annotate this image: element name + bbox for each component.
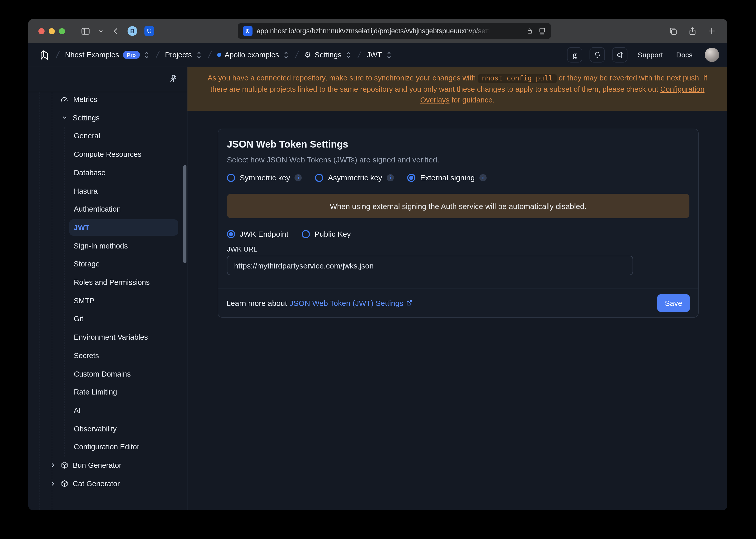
main-area: As you have a connected repository, make… xyxy=(187,67,727,510)
sidebar-item-label: Authentication xyxy=(74,205,121,213)
sidebar-item-cat-generator[interactable]: Cat Generator xyxy=(28,474,187,493)
breadcrumb-separator: / xyxy=(54,49,61,60)
sidebar-item-git[interactable]: Git xyxy=(28,310,187,328)
screen: B app.nhost.io/orgs/bzhrmnukvzmseiatiijd… xyxy=(0,0,756,539)
nhost-logo-icon[interactable] xyxy=(38,49,50,61)
sidebar-item-label: Compute Resources xyxy=(74,150,141,158)
save-button[interactable]: Save xyxy=(657,294,690,312)
sidebar-item-metrics[interactable]: Metrics xyxy=(28,92,187,109)
sidebar-item-jwt[interactable]: JWT xyxy=(28,218,187,237)
support-link[interactable]: Support xyxy=(635,51,666,59)
card-footer: Learn more about JSON Web Token (JWT) Se… xyxy=(218,288,698,317)
sidebar-item-settings[interactable]: Settings xyxy=(28,108,187,127)
sidebar-item-label: Cat Generator xyxy=(73,479,120,488)
radio-asymmetric-key[interactable]: Asymmetric key i xyxy=(315,173,394,182)
chevrons-updown-icon[interactable] xyxy=(195,51,202,59)
radio-public-key[interactable]: Public Key xyxy=(302,230,351,238)
sidebar-item-compute-resources[interactable]: Compute Resources xyxy=(28,145,187,163)
sidebar-item-label: Environment Variables xyxy=(74,333,148,341)
new-tab-icon[interactable] xyxy=(707,27,716,36)
info-icon[interactable]: i xyxy=(295,174,302,181)
sidebar-item-environment-variables[interactable]: Environment Variables xyxy=(28,328,187,346)
breadcrumb-separator: / xyxy=(154,49,161,60)
section-selector[interactable]: ⚙ Settings xyxy=(304,50,352,59)
lock-icon xyxy=(526,28,533,34)
announcements-button[interactable] xyxy=(612,47,627,62)
chevrons-updown-icon[interactable] xyxy=(143,51,150,59)
radio-circle-selected[interactable] xyxy=(407,174,415,182)
sidebar-header xyxy=(28,67,187,92)
feedback-button[interactable]: g xyxy=(567,47,583,62)
sidebar-item-label: Metrics xyxy=(73,95,97,104)
back-icon[interactable] xyxy=(111,27,120,36)
sidebar-item-custom-domains[interactable]: Custom Domains xyxy=(28,364,187,383)
chevrons-updown-icon[interactable] xyxy=(345,51,352,59)
org-selector[interactable]: Nhost Examples Pro xyxy=(65,51,150,59)
jwk-url-label: JWK URL xyxy=(227,245,257,253)
sidebar-item-observability[interactable]: Observability xyxy=(28,420,187,438)
tab-group-chevron-icon[interactable] xyxy=(98,28,104,34)
gear-icon: ⚙ xyxy=(304,50,311,59)
browser-toolbar: B app.nhost.io/orgs/bzhrmnukvzmseiatiijd… xyxy=(28,19,727,43)
minimize-button[interactable] xyxy=(49,28,55,34)
sidebar-item-smtp[interactable]: SMTP xyxy=(28,291,187,310)
radio-external-signing[interactable]: External signing i xyxy=(407,173,486,182)
close-button[interactable] xyxy=(38,28,44,34)
sidebar-toggle-icon[interactable] xyxy=(80,26,91,36)
settings-content: JSON Web Token Settings Select how JSON … xyxy=(187,111,727,510)
tab-overview-icon[interactable] xyxy=(668,27,678,36)
unpin-sidebar-icon[interactable] xyxy=(169,74,178,86)
radio-circle-selected[interactable] xyxy=(227,230,235,238)
sidebar-item-label: Bun Generator xyxy=(73,461,121,469)
chevrons-updown-icon[interactable] xyxy=(385,51,392,59)
radio-symmetric-key[interactable]: Symmetric key i xyxy=(227,173,302,182)
app-header: / Nhost Examples Pro / Projects / xyxy=(28,43,727,67)
radio-label: Public Key xyxy=(314,230,351,238)
sidebar-item-database[interactable]: Database xyxy=(28,163,187,182)
sidebar-item-authentication[interactable]: Authentication xyxy=(28,200,187,218)
project-name: Apollo examples xyxy=(225,51,279,59)
radio-label: External signing xyxy=(420,173,475,182)
fullscreen-button[interactable] xyxy=(59,28,65,34)
share-icon[interactable] xyxy=(688,27,697,36)
sidebar-item-ai[interactable]: AI xyxy=(28,401,187,420)
radio-circle[interactable] xyxy=(302,230,310,238)
page-selector[interactable]: JWT xyxy=(367,51,392,59)
radio-jwk-endpoint[interactable]: JWK Endpoint xyxy=(227,230,288,238)
sidebar-item-general[interactable]: General xyxy=(28,127,187,145)
reader-mode-icon[interactable] xyxy=(538,27,546,35)
sidebar-item-storage[interactable]: Storage xyxy=(28,255,187,273)
sidebar-item-label: Settings xyxy=(73,114,100,122)
address-bar[interactable]: app.nhost.io/orgs/bzhrmnukvzmseiatiijd/p… xyxy=(238,23,551,39)
chevrons-updown-icon[interactable] xyxy=(283,51,289,59)
sidebar-item-label: Custom Domains xyxy=(74,370,131,378)
sidebar-item-label: Roles and Permissions xyxy=(74,278,150,286)
sidebar-item-configuration-editor[interactable]: Configuration Editor xyxy=(28,438,187,456)
breadcrumb-separator: / xyxy=(206,49,213,60)
sidebar-item-hasura[interactable]: Hasura xyxy=(28,182,187,200)
docs-link[interactable]: Docs xyxy=(673,51,696,59)
bitwarden-extension-icon[interactable] xyxy=(144,26,154,36)
sidebar-item-bun-generator[interactable]: Bun Generator xyxy=(28,456,187,474)
jwt-settings-doc-link[interactable]: JSON Web Token (JWT) Settings xyxy=(290,298,413,307)
info-icon[interactable]: i xyxy=(479,174,487,181)
sidebar-item-roles-and-permissions[interactable]: Roles and Permissions xyxy=(28,273,187,291)
sidebar-item-label: AI xyxy=(74,406,81,415)
project-selector[interactable]: Apollo examples xyxy=(217,51,289,59)
sidebar-item-secrets[interactable]: Secrets xyxy=(28,346,187,365)
user-avatar[interactable] xyxy=(705,48,719,62)
card-subtitle: Select how JSON Web Tokens (JWTs) are si… xyxy=(227,155,439,164)
warning-text: for guidance. xyxy=(451,96,495,104)
radio-circle[interactable] xyxy=(227,174,235,182)
notifications-button[interactable] xyxy=(589,47,605,62)
sidebar-nav: MetricsSettingsGeneralCompute ResourcesD… xyxy=(28,92,187,510)
jwk-url-input[interactable] xyxy=(227,256,633,275)
sidebar-item-rate-limiting[interactable]: Rate Limiting xyxy=(28,383,187,401)
info-icon[interactable]: i xyxy=(387,174,394,181)
sidebar-item-sign-in-methods[interactable]: Sign-In methods xyxy=(28,236,187,255)
projects-selector[interactable]: Projects xyxy=(165,51,202,59)
sidebar-item-label: General xyxy=(74,132,100,140)
sidebar-item-label: Git xyxy=(74,315,83,323)
radio-circle[interactable] xyxy=(315,174,323,182)
extension-b-icon[interactable]: B xyxy=(127,26,137,36)
